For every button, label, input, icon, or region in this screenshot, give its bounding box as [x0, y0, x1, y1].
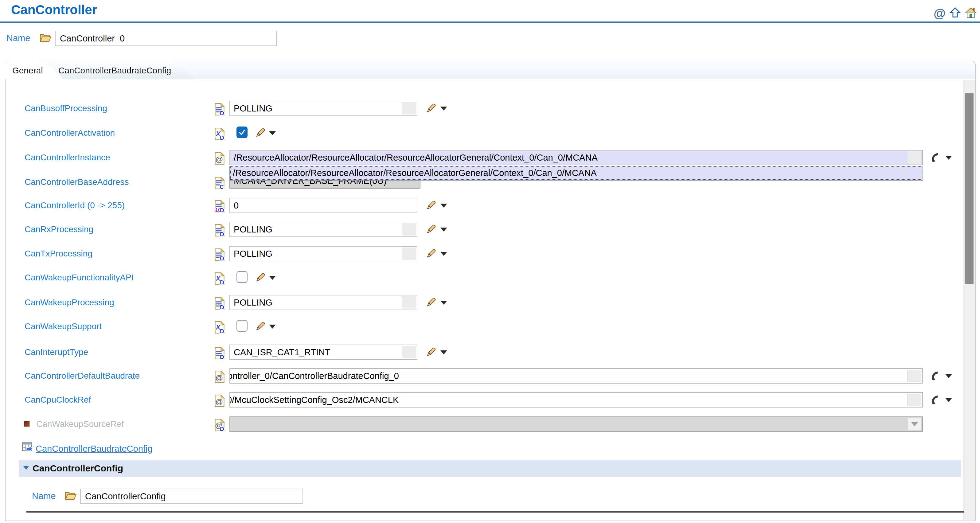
param-label: CanWakeupFunctionalityAPI [25, 270, 134, 285]
param-label: CanCpuClockRef [25, 392, 91, 407]
chevron-down-icon[interactable] [441, 227, 447, 232]
reference-combo[interactable]: ontroller_0/CanControllerBaudrateConfig_… [229, 368, 923, 383]
edit-pencil-icon[interactable] [425, 347, 437, 358]
svg-text:D: D [220, 135, 224, 140]
reference-combo[interactable]: /ResourceAllocator/ResourceAllocator/Res… [229, 150, 923, 165]
edit-pencil-icon[interactable] [254, 321, 266, 332]
edit-pencil-icon[interactable] [425, 248, 437, 259]
doc-calculated-icon: C [214, 177, 226, 189]
param-label: CanWakeupSupport [25, 319, 102, 334]
combo-strip [402, 296, 416, 308]
checkbox-unchecked[interactable] [237, 271, 248, 283]
doc-enum-default-icon: D [214, 103, 226, 116]
chevron-down-icon[interactable] [269, 276, 276, 280]
name-input[interactable]: CanController_0 [55, 31, 277, 46]
enum-combo[interactable]: CAN_ISR_CAT1_RTINT [229, 345, 417, 360]
param-label: CanControllerId (0 -> 255) [25, 198, 125, 213]
reference-at-default-icon: @D [214, 419, 226, 431]
set-reference-icon[interactable] [929, 394, 940, 405]
edit-pencil-icon[interactable] [425, 200, 437, 211]
chevron-down-icon[interactable] [945, 156, 952, 160]
param-label: CanControllerBaseAddress [25, 175, 129, 190]
cancontrollerbaudrateconfig-link[interactable]: CanControllerBaudrateConfig [36, 442, 152, 455]
reference-combo-disabled [229, 416, 923, 432]
svg-text:D: D [220, 304, 224, 310]
combo-strip [907, 394, 921, 406]
edit-pencil-icon[interactable] [254, 127, 266, 139]
enum-combo[interactable]: POLLING [229, 101, 417, 116]
up-arrow-icon[interactable] [949, 7, 961, 20]
doc-integer-default-icon: 10D [214, 200, 226, 213]
enum-combo[interactable]: POLLING [229, 222, 417, 237]
enum-combo[interactable]: POLLING [229, 295, 417, 310]
checkbox-checked[interactable] [237, 127, 248, 138]
form-row: CanControllerDefaultBaudrate @ ontroller… [0, 368, 961, 383]
check-icon [240, 130, 245, 135]
chevron-down-icon[interactable] [269, 324, 276, 329]
at-icon[interactable]: @ [934, 7, 946, 19]
param-label: CanBusoffProcessing [25, 101, 107, 116]
edit-pencil-icon[interactable] [254, 272, 266, 283]
param-label: CanRxProcessing [25, 222, 93, 237]
svg-text:D: D [220, 279, 224, 285]
form-row: CanControllerInstance @ /ResourceAllocat… [0, 150, 961, 165]
tab-cancontrollerbaudrateconfig[interactable]: CanControllerBaudrateConfig [51, 61, 195, 79]
integer-input[interactable]: 0 [229, 198, 417, 213]
svg-text:D: D [220, 328, 224, 334]
svg-text:@: @ [216, 374, 223, 382]
form-row: CanWakeupSourceRef @D [0, 416, 961, 432]
page-title: CanController [11, 2, 97, 17]
param-label-disabled: CanWakeupSourceRef [36, 416, 124, 432]
name-label: Name [32, 491, 56, 501]
edit-pencil-icon[interactable] [425, 297, 437, 308]
chevron-down-icon[interactable] [945, 374, 952, 378]
collapse-triangle-icon[interactable] [23, 466, 29, 470]
reference-dropdown-item[interactable]: /ResourceAllocator/ResourceAllocator/Res… [229, 166, 923, 181]
form-row: CanInteruptType D CAN_ISR_CAT1_RTINT [0, 345, 961, 360]
home-icon[interactable] [965, 7, 977, 20]
reference-combo[interactable]: 0/McuClockSettingConfig_Osc2/MCANCLK [229, 392, 923, 407]
param-label: CanControllerInstance [25, 150, 110, 165]
doc-enum-default-icon: D [214, 248, 226, 261]
chevron-down-icon[interactable] [441, 350, 447, 354]
param-label: CanInteruptType [25, 345, 88, 360]
chevron-down-icon[interactable] [441, 300, 447, 305]
svg-text:D: D [220, 231, 224, 237]
chevron-down-icon[interactable] [269, 131, 276, 135]
form-row: CanControllerId (0 -> 255) 10D 0 [0, 198, 961, 213]
param-label: CanWakeupProcessing [25, 295, 114, 310]
doc-enum-default-icon: D [214, 224, 226, 237]
chevron-down-icon [911, 422, 918, 426]
error-marker-icon [24, 421, 30, 427]
form-row: CanRxProcessing D POLLING [0, 222, 961, 237]
combo-strip [402, 102, 416, 114]
vertical-scrollbar[interactable] [963, 80, 975, 520]
combo-strip [907, 370, 921, 382]
chevron-down-icon[interactable] [945, 398, 952, 402]
reference-at-icon: @ [214, 395, 226, 407]
param-label: CanTxProcessing [25, 246, 92, 261]
svg-text:D: D [220, 110, 224, 116]
edit-pencil-icon[interactable] [425, 224, 437, 235]
section-header[interactable] [19, 460, 961, 477]
set-reference-icon[interactable] [929, 152, 940, 163]
chevron-down-icon[interactable] [441, 107, 447, 111]
enum-combo[interactable]: POLLING [229, 246, 417, 261]
combo-strip [402, 223, 416, 235]
form-row: CanWakeupProcessing D POLLING [0, 295, 961, 310]
chevron-down-icon[interactable] [441, 203, 447, 208]
chevron-down-icon[interactable] [441, 252, 447, 256]
doc-boolean-default-icon: XD [214, 272, 226, 285]
form-row: CanCpuClockRef @ 0/McuClockSettingConfig… [0, 392, 961, 407]
svg-text:D: D [220, 255, 224, 261]
table-link-icon [22, 442, 33, 454]
name-label: Name [6, 33, 30, 43]
svg-text:C: C [220, 184, 224, 189]
section-name-input[interactable]: CanControllerConfig [80, 489, 303, 504]
set-reference-icon[interactable] [929, 370, 940, 382]
edit-pencil-icon[interactable] [425, 103, 437, 114]
checkbox-unchecked[interactable] [237, 320, 248, 332]
header-toolbar: @ [934, 7, 977, 20]
scrollbar-thumb[interactable] [965, 93, 974, 284]
svg-text:D: D [220, 354, 224, 359]
